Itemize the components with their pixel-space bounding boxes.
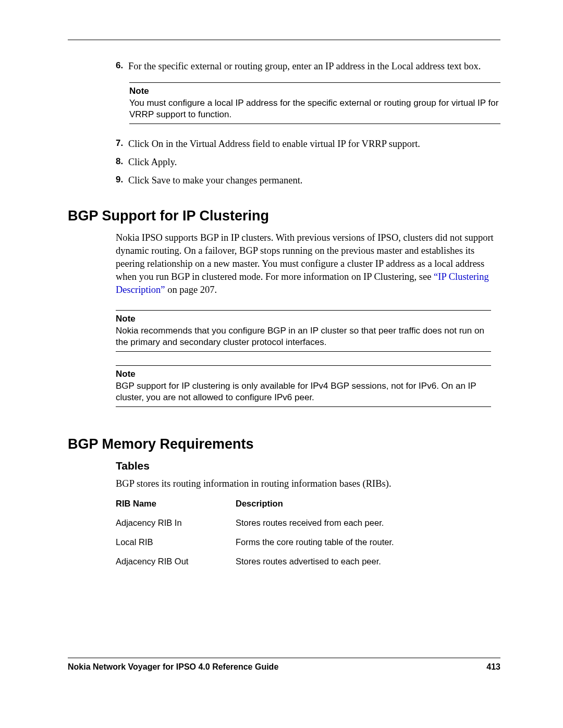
note-rule <box>129 82 500 83</box>
step-item: 9. Click Save to make your changes perma… <box>116 174 500 187</box>
note-label: Note <box>116 314 491 324</box>
step-number: 8. <box>116 156 128 169</box>
note-label: Note <box>129 86 500 96</box>
top-horizontal-rule <box>68 40 500 40</box>
step-text: For the specific external or routing gro… <box>128 60 481 73</box>
note-rule <box>116 310 491 311</box>
step-list-1: 6. For the specific external or routing … <box>116 60 500 73</box>
table-row: Adjacency RIB In Stores routes received … <box>116 518 500 528</box>
note-rule <box>116 351 491 352</box>
step-number: 6. <box>116 60 128 73</box>
rib-table: RIB Name Description Adjacency RIB In St… <box>116 499 500 566</box>
footer-line: Nokia Network Voyager for IPSO 4.0 Refer… <box>68 662 500 672</box>
page-footer: Nokia Network Voyager for IPSO 4.0 Refer… <box>68 658 500 672</box>
table-row: Local RIB Forms the core routing table o… <box>116 537 500 547</box>
step-list-2: 7. Click On in the Virtual Address field… <box>116 138 500 187</box>
section-paragraph: BGP stores its routing information in ro… <box>116 477 500 490</box>
note-box-1: Note You must configure a local IP addre… <box>129 82 500 124</box>
step-item: 8. Click Apply. <box>116 156 500 169</box>
note-rule <box>129 124 500 124</box>
table-cell: Adjacency RIB In <box>116 518 236 528</box>
table-row: Adjacency RIB Out Stores routes advertis… <box>116 557 500 566</box>
footer-page-number: 413 <box>486 662 500 672</box>
para-text-post: on page 207. <box>165 285 217 295</box>
table-cell: Adjacency RIB Out <box>116 557 236 566</box>
subsection-heading-tables: Tables <box>116 460 500 472</box>
section-heading-clustering: BGP Support for IP Clustering <box>68 208 500 224</box>
table-cell: Stores routes advertised to each peer. <box>236 557 381 566</box>
note-rule <box>116 365 491 366</box>
step-text: Click Save to make your changes permanen… <box>128 174 302 187</box>
section-paragraph: Nokia IPSO supports BGP in IP clusters. … <box>116 231 500 297</box>
table-cell: Local RIB <box>116 537 236 547</box>
note-box-2: Note Nokia recommends that you configure… <box>116 310 491 352</box>
table-header-cell: Description <box>236 499 283 509</box>
section-heading-memory: BGP Memory Requirements <box>68 436 500 452</box>
step-number: 9. <box>116 174 128 187</box>
note-label: Note <box>116 369 491 379</box>
footer-title: Nokia Network Voyager for IPSO 4.0 Refer… <box>68 662 278 672</box>
note-box-3: Note BGP support for IP clustering is on… <box>116 365 491 407</box>
step-number: 7. <box>116 138 128 151</box>
note-text: Nokia recommends that you configure BGP … <box>116 325 491 348</box>
step-text: Click Apply. <box>128 156 177 169</box>
table-cell: Stores routes received from each peer. <box>236 518 384 528</box>
note-text: You must configure a local IP address fo… <box>129 97 500 120</box>
page-content: 6. For the specific external or routing … <box>0 0 563 566</box>
step-item: 7. Click On in the Virtual Address field… <box>116 138 500 151</box>
note-rule <box>116 406 491 407</box>
step-text: Click On in the Virtual Address field to… <box>128 138 420 151</box>
step-item: 6. For the specific external or routing … <box>116 60 500 73</box>
note-text: BGP support for IP clustering is only av… <box>116 380 491 403</box>
table-cell: Forms the core routing table of the rout… <box>236 537 394 547</box>
table-header-cell: RIB Name <box>116 499 236 509</box>
table-header-row: RIB Name Description <box>116 499 500 509</box>
footer-rule <box>68 658 500 658</box>
